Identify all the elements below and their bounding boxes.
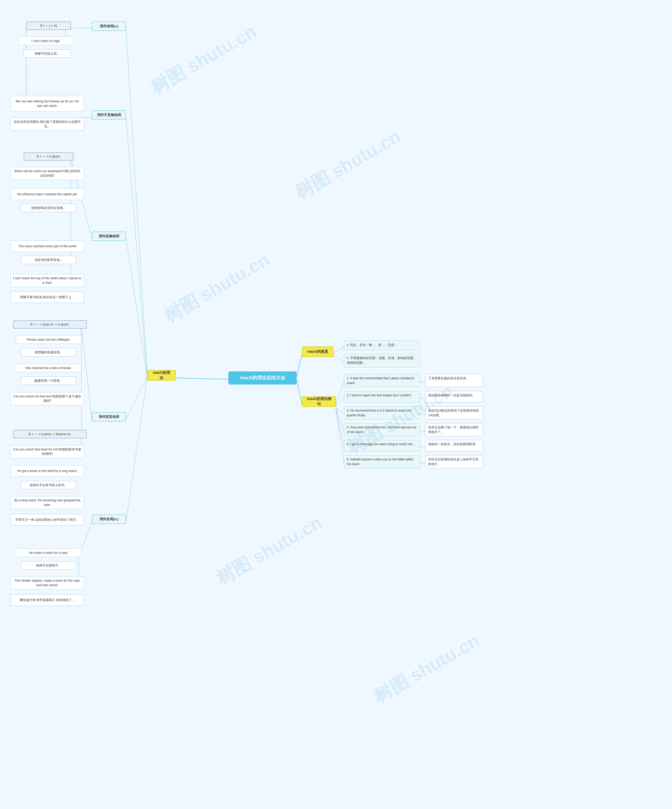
example-trans-en-2: His influence hasn't reached the capital… bbox=[10, 188, 84, 200]
example-noun-en-1: He made a reach for a rope. bbox=[16, 549, 81, 557]
category-noun: 用作名词(n.) bbox=[92, 514, 126, 524]
watermark-6: 树图 shutu.cn bbox=[370, 628, 484, 709]
example-intrans-cn-2: 在目光所及范围内,我们除了房屋别的什么也看不见。 bbox=[10, 117, 84, 131]
example-noun-cn-2: 攀登者打滑,伸手抓紧绳子,幸而得救了。 bbox=[10, 594, 84, 606]
example-trans-en-4: I can't reach the top of the shelf unles… bbox=[10, 274, 84, 287]
pattern-double-obj: S＋～＋pron./n.＋n./pron. bbox=[13, 320, 87, 329]
example-intrans-en-2: We can see nothing but houses as far as … bbox=[10, 96, 84, 112]
pattern-forpron: S＋～＋n./pron.＋forpron./n. bbox=[13, 430, 87, 438]
svg-line-6 bbox=[336, 398, 344, 406]
example-en-3: 3. He recovered from a 4-2 deficit to re… bbox=[344, 406, 420, 420]
watermark-3: 树图 shutu.cn bbox=[160, 248, 274, 328]
svg-line-17 bbox=[126, 29, 147, 373]
svg-line-7 bbox=[336, 407, 344, 414]
svg-line-35 bbox=[81, 327, 92, 420]
meaning-v: v. 到达、走到；够…、抓…；完成； bbox=[344, 341, 420, 350]
example-double-en-2: She reached me a slice of bread. bbox=[16, 364, 81, 372]
connector-lines bbox=[0, 0, 672, 809]
svg-line-5 bbox=[336, 382, 344, 404]
center-node: reach的用法总结大全 bbox=[228, 371, 297, 384]
category-intransitive: 用作不及物动词 bbox=[92, 110, 126, 120]
example-en-5: 5. I got a message you were trying to re… bbox=[344, 440, 420, 451]
category-double-obj: 用作双宾动词 bbox=[92, 412, 126, 421]
branch-meaning: reach的意思 bbox=[302, 346, 333, 357]
svg-line-4 bbox=[333, 356, 344, 362]
example-double-en-1: Please reach me the coffeepot. bbox=[16, 336, 81, 344]
example-trans-en-1: When will we reach our destination?我们何时到… bbox=[10, 167, 84, 180]
branch-examples: reach的用法例句 bbox=[302, 396, 336, 407]
watermark-1: 树图 shutu.cn bbox=[146, 19, 261, 100]
main-canvas: reach的用法总结大全 reach的用法 reach的意思 reach的用法例… bbox=[0, 0, 672, 809]
example-double-en-3: Can you reach me that box?你能把那个盒子递给我吗? bbox=[10, 392, 84, 405]
example-double-cn-1: 请把咖啡壶递给我。 bbox=[21, 348, 76, 356]
example-cn-2: 我试图去够脚刹，但是没能踩到。 bbox=[425, 391, 483, 403]
pattern-intrans: S＋～(＋A) bbox=[26, 22, 71, 30]
pattern-trans-1: S＋～＋n./pron. bbox=[24, 152, 74, 161]
svg-line-1 bbox=[297, 354, 302, 377]
example-en-1: 1. It was the uncommitted that Labour ne… bbox=[344, 374, 420, 387]
svg-line-8 bbox=[336, 408, 344, 431]
example-trans-cn-2: 他的影响还没到达首都。 bbox=[21, 204, 76, 212]
example-en-6: 6. Isabelle placed a wine cup on the tab… bbox=[344, 455, 420, 468]
category-transitive: 用作及物动词 bbox=[92, 232, 126, 241]
example-cn-4: 埃米过去吻了他一下，接着就从他怀里跳开了。 bbox=[425, 423, 483, 436]
example-cn-1: 工党需要拉拢的是未表态者。 bbox=[425, 374, 483, 387]
svg-line-9 bbox=[336, 409, 344, 447]
example-forpron-en-2: He got a book on the shelf by a long rea… bbox=[10, 465, 84, 477]
example-en-2: 2. I tried to reach the foot brakes but … bbox=[344, 391, 420, 403]
meaning-n: n. 手臂能够到的范围；范围、区域；影响的范围、管辖的范围； bbox=[344, 354, 420, 368]
example-cn-6: 伊莎贝尔把酒杯放在桌上他伸手可及的地方。 bbox=[425, 455, 483, 468]
watermark-5: 树图 shutu.cn bbox=[212, 510, 327, 591]
example-noun-cn-1: 他伸手去抓绳子。 bbox=[21, 561, 76, 570]
example-cn-5: 我收到一条留言，说你想跟我联系。 bbox=[425, 440, 483, 451]
example-noun-en-2: The climber slipped, made a reach for th… bbox=[10, 576, 84, 589]
example-forpron-en-1: Can you reach that book for me?你能把那本书递给我… bbox=[10, 445, 84, 458]
example-intrans-cn-1: 我够不到这么高。 bbox=[24, 49, 71, 58]
svg-line-19 bbox=[126, 238, 147, 375]
example-forpron-cn-3: 手臂尽力一伸,这块溺死的人伸手抓住了绳子。 bbox=[10, 514, 84, 525]
example-trans-en-3: The news reached every part of the world bbox=[10, 240, 84, 252]
example-en-4: 4. Amy went and kissed him, and then dan… bbox=[344, 423, 420, 436]
watermark-2: 树图 shutu.cn bbox=[291, 124, 406, 205]
example-cn-3: 他在2比4落后的情况下实现逆转闯进1/4决赛。 bbox=[425, 406, 483, 420]
example-trans-cn-3: 消息传到世界各地。 bbox=[21, 256, 76, 264]
example-intrans-en-1: I can't reach so high. bbox=[18, 37, 74, 45]
svg-line-18 bbox=[126, 117, 147, 374]
svg-line-10 bbox=[336, 410, 344, 463]
category-verb: 用作动词(v.) bbox=[92, 22, 126, 31]
example-forpron-cn-2: 他伸长手去拿书架上的书。 bbox=[21, 481, 76, 489]
svg-line-20 bbox=[126, 377, 147, 420]
svg-line-21 bbox=[126, 378, 147, 522]
example-forpron-en-3: By a long reach, the drowning man graspe… bbox=[10, 496, 84, 509]
svg-line-3 bbox=[333, 347, 344, 353]
example-trans-cn-4: 我够不着书架顶,除非站在一把椅子上。 bbox=[10, 291, 84, 303]
example-double-cn-2: 她递给我一片面包。 bbox=[21, 376, 76, 385]
branch-usage: reach的用法 bbox=[147, 370, 176, 381]
svg-line-2 bbox=[297, 379, 302, 404]
svg-line-0 bbox=[176, 378, 228, 379]
